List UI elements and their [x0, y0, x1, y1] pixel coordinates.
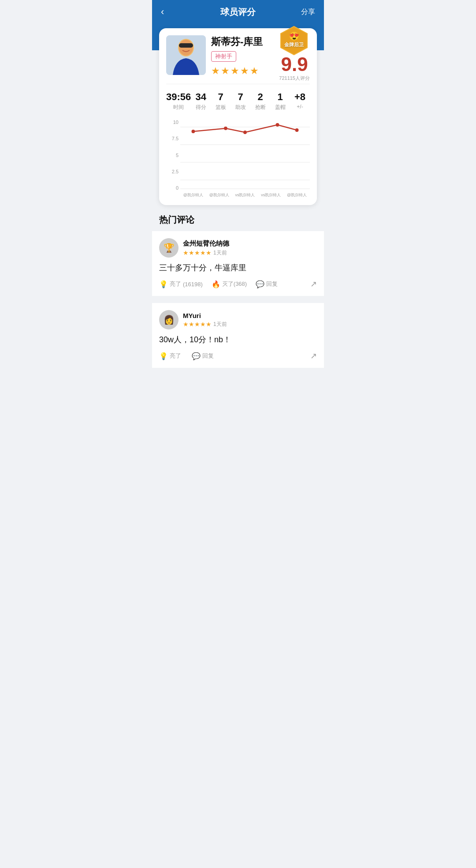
badge-inner: 😍 金牌后卫	[284, 32, 304, 48]
y-axis-labels: 107.552.50	[166, 120, 178, 191]
header: ‹ 球员评分 分享	[152, 0, 324, 24]
star-2: ★	[221, 65, 230, 77]
comment-stars-0: ★★★★★ 1天前	[183, 249, 317, 257]
like-label-0: 亮了	[170, 280, 181, 288]
comment-item-0: 🏆 金州短臂伦纳德 ★★★★★ 1天前 三十多万十分，牛逼库里 💡 亮了 (16…	[152, 231, 324, 296]
comment-header-1: 👩 MYuri ★★★★★ 1天前	[159, 310, 317, 329]
stat-label-5: 盖帽	[270, 104, 290, 111]
avatar-0: 🏆	[159, 238, 178, 258]
badge-label: 金牌后卫	[284, 41, 304, 48]
comment-text-1: 30w人，10分！nb！	[159, 334, 317, 346]
reply-label-0: 回复	[266, 280, 278, 288]
comment-star-1: ★★★★★	[183, 321, 212, 328]
x-label-1: @凯尔特人	[206, 192, 232, 198]
svg-point-12	[224, 127, 227, 130]
reply-btn-1[interactable]: 💬 回复	[192, 352, 214, 360]
svg-point-11	[191, 130, 195, 133]
stat-label-1: 得分	[191, 104, 211, 111]
stat-label-4: 抢断	[250, 104, 270, 111]
like-label-1: 亮了	[170, 352, 181, 360]
comment-item-1: 👩 MYuri ★★★★★ 1天前 30w人，10分！nb！ 💡 亮了 💬 回复	[152, 303, 324, 368]
reply-icon-0: 💬	[256, 280, 264, 288]
star-3: ★	[231, 65, 239, 77]
comment-text-0: 三十多万十分，牛逼库里	[159, 262, 317, 274]
badge-hexagon: 😍 金牌后卫	[278, 25, 310, 56]
divider-0	[152, 299, 324, 303]
player-tag: 神射手	[211, 51, 236, 62]
like-btn-1[interactable]: 💡 亮了	[159, 352, 183, 360]
y-label-3: 2.5	[166, 169, 178, 174]
x-axis-labels: @凯尔特人@凯尔特人vs凯尔特人vs凯尔特人@凯尔特人	[180, 192, 310, 198]
page-title: 球员评分	[220, 6, 256, 18]
comment-stars-1: ★★★★★ 1天前	[183, 321, 317, 328]
stat-item-6: +8+/-	[290, 91, 310, 111]
player-card: 😍 金牌后卫 斯蒂芬-库里 神射手 ★	[159, 28, 317, 205]
star-5: ★	[250, 65, 259, 77]
rating-score: 9.9	[279, 55, 310, 74]
x-label-4: @凯尔特人	[284, 192, 310, 198]
share-button[interactable]: 分享	[301, 7, 315, 17]
comment-actions-1: 💡 亮了 💬 回复 ↗	[159, 351, 317, 361]
like-icon-1: 💡	[159, 352, 168, 360]
avatar-1: 👩	[159, 310, 178, 329]
comment-header-0: 🏆 金州短臂伦纳德 ★★★★★ 1天前	[159, 238, 317, 258]
stat-label-3: 助攻	[231, 104, 250, 111]
back-button[interactable]: ‹	[161, 6, 164, 18]
badge-emoji: 😍	[289, 32, 300, 41]
like-btn-0[interactable]: 💡 亮了 (16198)	[159, 280, 203, 288]
stats-row: 39:56时间34得分7篮板7助攻2抢断1盖帽+8+/-	[166, 84, 310, 111]
rating-section: 9.9 721115人评分	[279, 55, 310, 82]
y-label-0: 10	[166, 120, 178, 125]
rating-count: 721115人评分	[279, 75, 310, 82]
stat-item-3: 7助攻	[231, 91, 250, 111]
stat-value-2: 7	[211, 91, 231, 103]
comment-username-0: 金州短臂伦纳德	[183, 239, 317, 248]
star-4: ★	[240, 65, 249, 77]
comments-container: 🏆 金州短臂伦纳德 ★★★★★ 1天前 三十多万十分，牛逼库里 💡 亮了 (16…	[152, 231, 324, 368]
comment-username-1: MYuri	[183, 312, 317, 319]
y-label-4: 0	[166, 186, 178, 191]
share-btn-0[interactable]: ↗	[310, 279, 317, 289]
comment-star-0: ★★★★★	[183, 249, 212, 256]
comment-meta-0: 金州短臂伦纳德 ★★★★★ 1天前	[183, 239, 317, 257]
stat-value-3: 7	[231, 91, 250, 103]
reply-btn-0[interactable]: 💬 回复	[256, 280, 278, 288]
svg-point-13	[243, 131, 247, 134]
stat-item-4: 2抢断	[250, 91, 270, 111]
stat-item-2: 7篮板	[211, 91, 231, 111]
svg-point-15	[295, 128, 299, 132]
stat-value-4: 2	[250, 91, 270, 103]
share-btn-1[interactable]: ↗	[310, 351, 317, 361]
stat-value-6: +8	[290, 91, 310, 103]
stat-value-5: 1	[270, 91, 290, 103]
badge-wrap: 😍 金牌后卫	[278, 25, 310, 56]
x-label-2: vs凯尔特人	[232, 192, 258, 198]
chart-area: 107.552.50	[166, 120, 310, 191]
dislike-icon-0: 🔥	[212, 280, 220, 288]
like-icon-0: 💡	[159, 280, 168, 288]
comment-time-1: 1天前	[213, 321, 227, 328]
dislike-label-0: 灭了(368)	[222, 280, 247, 288]
chart-svg-wrap	[180, 120, 310, 191]
star-1: ★	[211, 65, 220, 77]
stat-label-0: 时间	[166, 104, 191, 111]
dislike-btn-0[interactable]: 🔥 灭了(368)	[212, 280, 247, 288]
chart-wrap: 107.552.50	[166, 116, 310, 198]
player-photo	[166, 35, 206, 75]
section-title: 热门评论	[152, 205, 324, 231]
svg-point-14	[276, 123, 279, 127]
stat-value-0: 39:56	[166, 91, 191, 103]
comment-actions-0: 💡 亮了 (16198) 🔥 灭了(368) 💬 回复 ↗	[159, 279, 317, 289]
comment-time-0: 1天前	[213, 249, 227, 257]
y-label-1: 7.5	[166, 136, 178, 141]
comment-meta-1: MYuri ★★★★★ 1天前	[183, 312, 317, 328]
y-label-2: 5	[166, 153, 178, 158]
reply-icon-1: 💬	[192, 352, 201, 360]
svg-rect-5	[179, 43, 193, 48]
stat-label-6: +/-	[290, 104, 310, 110]
x-label-0: @凯尔特人	[180, 192, 206, 198]
reply-label-1: 回复	[202, 352, 214, 360]
stat-item-1: 34得分	[191, 91, 211, 111]
x-label-3: vs凯尔特人	[258, 192, 284, 198]
like-count-0: (16198)	[183, 281, 203, 288]
